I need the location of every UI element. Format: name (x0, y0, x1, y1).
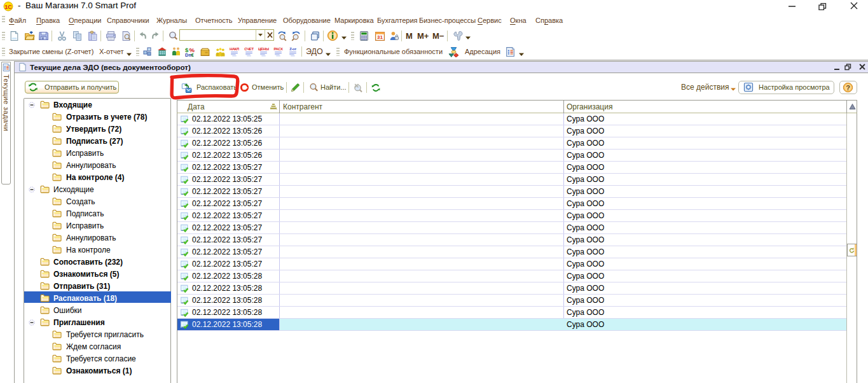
svg-text:31: 31 (377, 34, 383, 40)
svg-text:ЦЕНЫ: ЦЕНЫ (258, 47, 269, 51)
svg-text:€: € (191, 52, 194, 57)
svg-text:РАСХ: РАСХ (273, 47, 282, 51)
svg-text:1С: 1С (4, 4, 12, 10)
svg-text:СЧЕТ: СЧЕТ (244, 47, 254, 51)
svg-text:Z-от: Z-от (289, 47, 296, 51)
svg-text:НАКЛ: НАКЛ (230, 47, 239, 51)
svg-text:?: ? (846, 84, 850, 92)
